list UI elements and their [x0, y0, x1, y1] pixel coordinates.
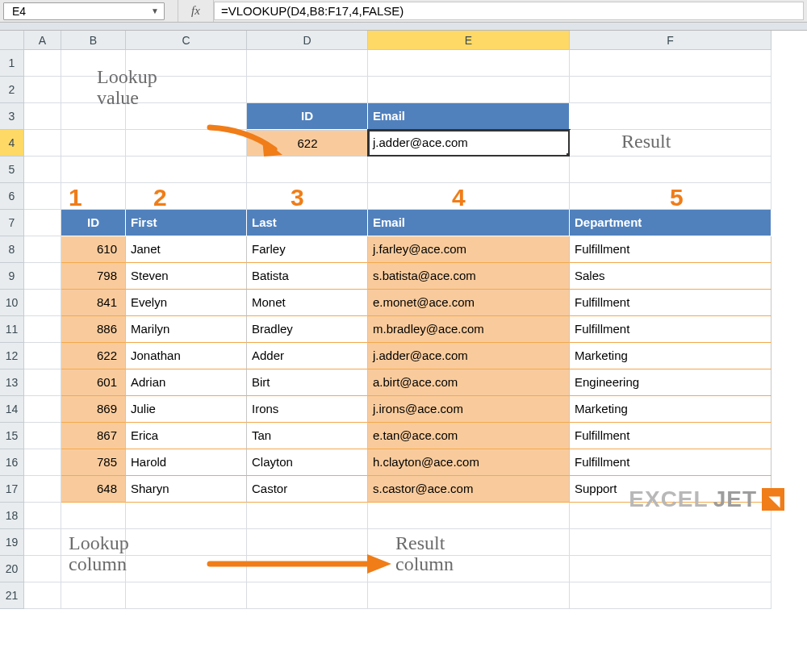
table-cell-dept[interactable]: Sales — [570, 263, 771, 290]
row-header-14[interactable]: 14 — [0, 396, 24, 423]
cell[interactable] — [247, 50, 368, 77]
table-cell-first[interactable]: Jonathan — [126, 343, 247, 369]
cells-area[interactable]: IDEmail622j.adder@ace.comIDFirstLastEmai… — [24, 50, 807, 609]
cell[interactable] — [24, 316, 61, 343]
table-cell-email[interactable]: a.birt@ace.com — [368, 369, 570, 396]
cell[interactable] — [368, 582, 570, 609]
table-cell-first[interactable]: Harold — [126, 449, 247, 476]
formula-bar[interactable]: =VLOOKUP(D4,B8:F17,4,FALSE) — [214, 2, 804, 20]
cell[interactable] — [61, 529, 126, 556]
row-header-21[interactable]: 21 — [0, 582, 24, 609]
cell[interactable] — [24, 556, 61, 582]
cell[interactable] — [368, 77, 570, 103]
cell[interactable] — [368, 157, 570, 183]
row-header-19[interactable]: 19 — [0, 529, 24, 556]
table-cell-id[interactable]: 601 — [61, 369, 126, 396]
cell[interactable] — [570, 130, 771, 157]
chevron-down-icon[interactable]: ▼ — [151, 6, 159, 15]
table-cell-id[interactable]: 886 — [61, 316, 126, 343]
table-cell-id[interactable]: 622 — [61, 343, 126, 369]
table-cell-dept[interactable]: Marketing — [570, 343, 771, 369]
table-cell-id[interactable]: 841 — [61, 290, 126, 316]
cell[interactable] — [126, 503, 247, 529]
row-header-12[interactable]: 12 — [0, 343, 24, 369]
row-header-6[interactable]: 6 — [0, 183, 24, 210]
name-box[interactable]: E4 ▼ — [3, 2, 165, 20]
cell[interactable] — [126, 50, 247, 77]
table-cell-email[interactable]: j.irons@ace.com — [368, 396, 570, 423]
cell[interactable] — [247, 183, 368, 210]
table-cell-id[interactable]: 869 — [61, 396, 126, 423]
cell[interactable] — [61, 50, 126, 77]
cell[interactable] — [61, 77, 126, 103]
cell[interactable] — [61, 183, 126, 210]
table-cell-last[interactable]: Clayton — [247, 449, 368, 476]
row-header-18[interactable]: 18 — [0, 503, 24, 529]
cell[interactable] — [24, 503, 61, 529]
lookup-id-value[interactable]: 622 — [247, 130, 368, 157]
cell[interactable] — [570, 529, 771, 556]
cell[interactable] — [61, 503, 126, 529]
cell[interactable] — [570, 503, 771, 529]
table-header[interactable]: First — [126, 210, 247, 236]
cell[interactable] — [126, 77, 247, 103]
row-header-9[interactable]: 9 — [0, 263, 24, 290]
table-cell-last[interactable]: Castor — [247, 476, 368, 503]
table-cell-last[interactable]: Monet — [247, 290, 368, 316]
row-header-17[interactable]: 17 — [0, 476, 24, 503]
column-header-E[interactable]: E — [368, 31, 570, 50]
cell[interactable] — [126, 556, 247, 582]
table-cell-last[interactable]: Birt — [247, 369, 368, 396]
cell[interactable] — [368, 183, 570, 210]
row-header-5[interactable]: 5 — [0, 157, 24, 183]
cell[interactable] — [24, 290, 61, 316]
table-cell-id[interactable]: 798 — [61, 263, 126, 290]
table-cell-dept[interactable]: Marketing — [570, 396, 771, 423]
cell[interactable] — [24, 343, 61, 369]
cell[interactable] — [61, 582, 126, 609]
column-header-A[interactable]: A — [24, 31, 61, 50]
cell[interactable] — [570, 103, 771, 130]
table-cell-last[interactable]: Tan — [247, 423, 368, 449]
cell[interactable] — [368, 556, 570, 582]
table-cell-dept[interactable]: Fulfillment — [570, 316, 771, 343]
cell[interactable] — [570, 77, 771, 103]
table-cell-first[interactable]: Marilyn — [126, 316, 247, 343]
table-cell-id[interactable]: 867 — [61, 423, 126, 449]
cell[interactable] — [24, 449, 61, 476]
table-cell-email[interactable]: j.farley@ace.com — [368, 236, 570, 263]
table-cell-id[interactable]: 648 — [61, 476, 126, 503]
selected-cell[interactable]: j.adder@ace.com — [368, 130, 570, 157]
table-header[interactable]: Department — [570, 210, 771, 236]
cell[interactable] — [61, 103, 126, 130]
table-cell-email[interactable]: j.adder@ace.com — [368, 343, 570, 369]
table-cell-id[interactable]: 785 — [61, 449, 126, 476]
cell[interactable] — [570, 50, 771, 77]
column-header-B[interactable]: B — [61, 31, 126, 50]
row-header-20[interactable]: 20 — [0, 556, 24, 582]
cell[interactable] — [24, 77, 61, 103]
table-cell-last[interactable]: Irons — [247, 396, 368, 423]
cell[interactable] — [368, 529, 570, 556]
cell[interactable] — [24, 103, 61, 130]
table-cell-first[interactable]: Adrian — [126, 369, 247, 396]
cell[interactable] — [247, 77, 368, 103]
row-header-2[interactable]: 2 — [0, 77, 24, 103]
cell[interactable] — [570, 157, 771, 183]
cell[interactable] — [24, 50, 61, 77]
cell[interactable] — [61, 556, 126, 582]
cell[interactable] — [247, 556, 368, 582]
cell[interactable] — [24, 396, 61, 423]
cell[interactable] — [24, 369, 61, 396]
cell[interactable] — [247, 157, 368, 183]
table-cell-email[interactable]: h.clayton@ace.com — [368, 449, 570, 476]
table-cell-dept[interactable]: Fulfillment — [570, 423, 771, 449]
row-header-15[interactable]: 15 — [0, 423, 24, 449]
table-cell-first[interactable]: Steven — [126, 263, 247, 290]
fx-icon[interactable]: fx — [178, 0, 214, 22]
table-cell-first[interactable]: Erica — [126, 423, 247, 449]
select-all-corner[interactable] — [0, 31, 24, 50]
cell[interactable] — [24, 130, 61, 157]
cell[interactable] — [24, 423, 61, 449]
table-cell-dept[interactable]: Fulfillment — [570, 290, 771, 316]
